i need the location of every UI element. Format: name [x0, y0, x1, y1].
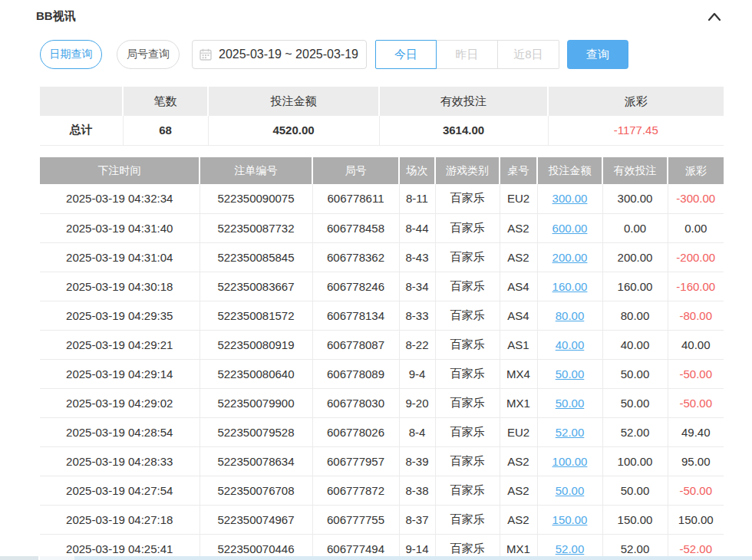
bet-amount-link[interactable]: 150.00 [552, 513, 588, 526]
summary-table: 笔数 投注金额 有效投注 派彩 总计 68 4520.00 3614.00 -1… [40, 87, 724, 146]
bet-amount-link[interactable]: 52.00 [556, 542, 585, 555]
cell-bet-time: 2025-03-19 04:27:54 [40, 476, 200, 505]
cell-payout: -300.00 [668, 184, 724, 213]
cell-valid-bet: 50.00 [602, 359, 668, 388]
scrollbar-track [74, 556, 752, 560]
cell-valid-bet: 150.00 [602, 505, 668, 534]
bet-amount-link[interactable]: 200.00 [552, 251, 588, 264]
cell-session: 8-11 [399, 184, 435, 213]
cell-game-type: 百家乐 [435, 476, 500, 505]
cell-bet-amount: 50.00 [537, 359, 602, 388]
cell-round-no: 606778134 [312, 301, 399, 330]
record-row: 2025-03-19 04:29:14522350080640606778089… [40, 359, 724, 388]
cell-game-type: 百家乐 [435, 330, 500, 359]
cell-table-no: AS2 [500, 213, 537, 242]
cell-round-no: 606777755 [312, 505, 399, 534]
cell-table-no: AS4 [500, 301, 537, 330]
cell-table-no: MX1 [500, 388, 537, 417]
cell-bet-time: 2025-03-19 04:30:18 [40, 272, 200, 301]
summary-header-bet-amount: 投注金额 [208, 87, 379, 116]
cell-round-no: 606778611 [312, 184, 399, 213]
summary-header-blank [40, 87, 123, 116]
cell-valid-bet: 0.00 [602, 213, 668, 242]
cell-round-no: 606778362 [312, 242, 399, 272]
cell-valid-bet: 52.00 [602, 417, 668, 446]
search-button[interactable]: 查询 [567, 40, 628, 69]
round-query-tab[interactable]: 局号查询 [117, 40, 180, 69]
cell-bet-time: 2025-03-19 04:29:14 [40, 359, 200, 388]
cell-bet-time: 2025-03-19 04:32:34 [40, 184, 200, 213]
cell-bet-amount: 52.00 [537, 417, 602, 446]
bet-amount-link[interactable]: 160.00 [552, 280, 588, 293]
cell-ticket-no: 522350087732 [200, 213, 312, 242]
cell-payout: -200.00 [668, 242, 724, 272]
date-range-input[interactable]: 2025-03-19 ~ 2025-03-19 [192, 40, 367, 69]
cell-game-type: 百家乐 [435, 446, 500, 476]
cell-session: 8-37 [399, 505, 435, 534]
cell-bet-amount: 160.00 [537, 272, 602, 301]
today-button[interactable]: 今日 [375, 40, 437, 69]
record-row: 2025-03-19 04:31:04522350085845606778362… [40, 242, 724, 272]
bet-amount-link[interactable]: 50.00 [556, 367, 585, 380]
calendar-icon [200, 48, 212, 61]
records-header-table-no: 桌号 [500, 157, 537, 184]
bet-amount-link[interactable]: 52.00 [556, 426, 585, 439]
bet-amount-link[interactable]: 40.00 [556, 338, 585, 351]
cell-game-type: 百家乐 [435, 359, 500, 388]
record-row: 2025-03-19 04:29:02522350079900606778030… [40, 388, 724, 417]
records-header-valid-bet: 有效投注 [602, 157, 668, 184]
summary-header-count: 笔数 [123, 87, 208, 116]
cell-payout: 40.00 [668, 330, 724, 359]
records-header-session: 场次 [399, 157, 435, 184]
yesterday-button[interactable]: 昨日 [437, 40, 498, 69]
last8days-button[interactable]: 近8日 [498, 40, 559, 69]
records-header-round-no: 局号 [312, 157, 399, 184]
cell-table-no: AS4 [500, 272, 537, 301]
cell-ticket-no: 522350080640 [200, 359, 312, 388]
cell-payout: -50.00 [668, 388, 724, 417]
bet-amount-link[interactable]: 50.00 [556, 484, 585, 497]
cell-ticket-no: 522350078634 [200, 446, 312, 476]
cell-game-type: 百家乐 [435, 388, 500, 417]
summary-count: 68 [123, 116, 208, 145]
record-row: 2025-03-19 04:29:35522350081572606778134… [40, 301, 724, 330]
cell-bet-time: 2025-03-19 04:27:18 [40, 505, 200, 534]
bet-amount-link[interactable]: 300.00 [552, 192, 588, 205]
cell-valid-bet: 40.00 [602, 330, 668, 359]
cell-round-no: 606777957 [312, 446, 399, 476]
cell-payout: 49.40 [668, 417, 724, 446]
summary-total-label: 总计 [40, 116, 123, 145]
bet-amount-link[interactable]: 100.00 [552, 455, 588, 468]
cell-round-no: 606778458 [312, 213, 399, 242]
records-header-ticket-no: 注单编号 [200, 157, 312, 184]
cell-table-no: EU2 [500, 417, 537, 446]
bet-amount-link[interactable]: 600.00 [552, 222, 588, 235]
cell-valid-bet: 50.00 [602, 388, 668, 417]
cell-game-type: 百家乐 [435, 301, 500, 330]
cell-ticket-no: 522350074967 [200, 505, 312, 534]
cell-payout: -160.00 [668, 272, 724, 301]
panel-title: BB视讯 [36, 9, 76, 24]
cell-payout: 150.00 [668, 505, 724, 534]
cell-ticket-no: 522350090075 [200, 184, 312, 213]
summary-bet-amount: 4520.00 [208, 116, 379, 145]
cell-bet-amount: 150.00 [537, 505, 602, 534]
cell-payout: -80.00 [668, 301, 724, 330]
records-table: 下注时间注单编号局号场次游戏类别桌号投注金额有效投注派彩 2025-03-19 … [40, 157, 724, 560]
summary-header-payout: 派彩 [548, 87, 724, 116]
record-row: 2025-03-19 04:29:21522350080919606778087… [40, 330, 724, 359]
bet-amount-link[interactable]: 50.00 [556, 397, 585, 410]
cell-round-no: 606777872 [312, 476, 399, 505]
cell-bet-amount: 50.00 [537, 476, 602, 505]
date-query-tab[interactable]: 日期查询 [40, 40, 102, 69]
cell-table-no: AS2 [500, 505, 537, 534]
bet-amount-link[interactable]: 80.00 [556, 309, 585, 322]
cell-session: 8-43 [399, 242, 435, 272]
record-row: 2025-03-19 04:32:34522350090075606778611… [40, 184, 724, 213]
cell-game-type: 百家乐 [435, 184, 500, 213]
horizontal-scrollbar[interactable] [0, 556, 752, 560]
cell-bet-amount: 40.00 [537, 330, 602, 359]
cell-valid-bet: 80.00 [602, 301, 668, 330]
cell-bet-amount: 100.00 [537, 446, 602, 476]
collapse-chevron-up-icon[interactable] [707, 12, 721, 22]
